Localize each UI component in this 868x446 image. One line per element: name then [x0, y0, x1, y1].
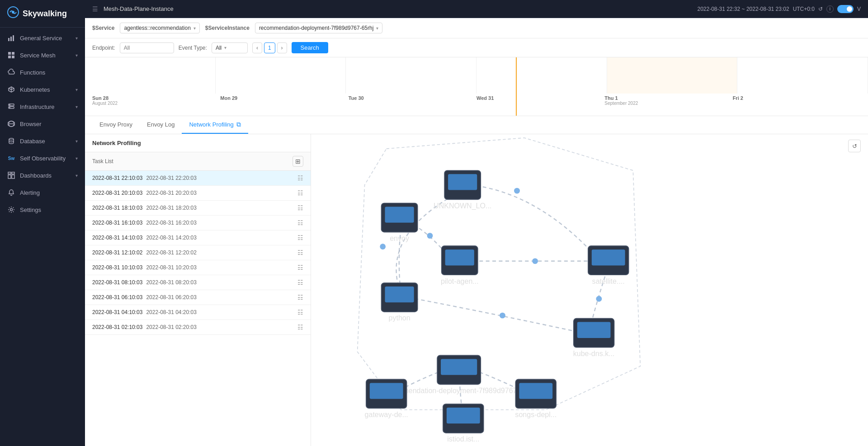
svg-text:satellite....: satellite.... — [592, 277, 625, 285]
sidebar: Skywalking General Service ▾ Service Mes… — [0, 0, 85, 446]
node-gateway[interactable]: gateway-de... — [365, 379, 408, 418]
sidebar-item-browser[interactable]: Browser — [0, 115, 85, 132]
task-end-time: 2022-08-31 08:20:03 — [146, 279, 196, 286]
task-row[interactable]: 2022-08-31 02:10:03 2022-08-31 02:20:03 … — [85, 320, 311, 335]
event-type-label: Event Type: — [179, 45, 207, 51]
toggle-switch[interactable] — [837, 5, 854, 13]
task-row[interactable]: 2022-08-31 08:10:03 2022-08-31 08:20:03 … — [85, 275, 311, 290]
task-end-time: 2022-08-31 12:20:02 — [146, 249, 196, 256]
next-page-button[interactable]: › — [277, 42, 287, 53]
task-log-icon[interactable]: ☷ — [297, 294, 303, 301]
database-icon — [7, 137, 15, 145]
chevron-down-icon: ▾ — [75, 36, 78, 41]
chevron-down-icon: ▾ — [75, 173, 78, 178]
task-row[interactable]: 2022-08-31 22:10:03 2022-08-31 22:20:03 … — [85, 171, 311, 186]
chevron-down-icon: ▾ — [75, 87, 78, 92]
task-list-label: Task List — [92, 158, 292, 164]
task-row[interactable]: 2022-08-31 14:10:03 2022-08-31 14:20:03 … — [85, 230, 311, 245]
edge-dot — [500, 313, 505, 319]
profiling-area: Network Profiling Task List ⊞ 2022-08-31… — [85, 134, 868, 446]
node-unknown[interactable]: UNKNOWN_LO... — [434, 170, 491, 210]
task-row[interactable]: 2022-08-31 16:10:03 2022-08-31 16:20:03 … — [85, 216, 311, 230]
tab-envoy-log[interactable]: Envoy Log — [140, 116, 182, 134]
task-end-time: 2022-08-31 02:20:03 — [146, 324, 196, 330]
node-songs[interactable]: songs-depl... — [515, 379, 557, 418]
task-log-icon[interactable]: ☷ — [297, 279, 303, 286]
graph-refresh-button[interactable]: ↺ — [848, 140, 861, 152]
task-start-time: 2022-08-31 06:10:03 — [92, 294, 142, 300]
app-name: Skywalking — [23, 9, 67, 19]
sidebar-item-general-service[interactable]: General Service ▾ — [0, 29, 85, 47]
event-type-select[interactable]: All ▾ — [212, 42, 248, 53]
task-row[interactable]: 2022-08-31 18:10:03 2022-08-31 18:20:03 … — [85, 201, 311, 216]
svg-text:envoy: envoy — [390, 234, 409, 242]
task-row[interactable]: 2022-08-31 04:10:03 2022-08-31 04:20:03 … — [85, 305, 311, 320]
task-log-icon[interactable]: ☷ — [297, 309, 303, 316]
task-log-icon[interactable]: ☷ — [297, 219, 303, 226]
menu-icon: ☰ — [92, 5, 98, 13]
svg-rect-30 — [385, 286, 414, 302]
prev-page-button[interactable]: ‹ — [252, 42, 262, 53]
timeline-col-2 — [346, 57, 476, 94]
task-row[interactable]: 2022-08-31 20:10:03 2022-08-31 20:20:03 … — [85, 186, 311, 201]
task-end-time: 2022-08-31 06:20:03 — [146, 294, 196, 300]
tab-envoy-proxy[interactable]: Envoy Proxy — [92, 116, 140, 134]
navigation: General Service ▾ Service Mesh ▾ Functio… — [0, 28, 85, 446]
timeline-label-5: Fri 2 — [733, 95, 861, 106]
sidebar-item-label: Service Mesh — [20, 52, 71, 59]
sidebar-item-service-mesh[interactable]: Service Mesh ▾ — [0, 47, 85, 64]
sidebar-item-dashboards[interactable]: Dashboards ▾ — [0, 167, 85, 184]
endpoint-input[interactable] — [120, 42, 174, 53]
refresh-icon[interactable]: ↺ — [818, 6, 823, 12]
task-log-icon[interactable]: ☷ — [297, 189, 303, 197]
node-python[interactable]: python — [381, 283, 417, 322]
copy-icon: ⧉ — [236, 121, 241, 128]
node-envoy[interactable]: envoy — [381, 203, 417, 242]
info-icon[interactable]: i — [826, 5, 834, 13]
service-value: agentless::recommendation — [124, 25, 190, 31]
task-start-time: 2022-08-31 12:10:02 — [92, 249, 142, 256]
sidebar-item-alerting[interactable]: Alerting — [0, 184, 85, 201]
search-button[interactable]: Search — [292, 42, 328, 53]
add-task-button[interactable]: ⊞ — [292, 156, 303, 167]
task-row-dates: 2022-08-31 22:10:03 2022-08-31 22:20:03 — [92, 175, 294, 181]
chart-bar-icon — [7, 34, 15, 42]
task-log-icon[interactable]: ☷ — [297, 324, 303, 331]
task-log-icon[interactable]: ☷ — [297, 264, 303, 271]
sidebar-item-label: Browser — [20, 121, 78, 127]
svg-text:gateway-de...: gateway-de... — [365, 410, 408, 418]
task-list: 2022-08-31 22:10:03 2022-08-31 22:20:03 … — [85, 171, 311, 446]
bell-icon — [7, 188, 15, 197]
task-row[interactable]: 2022-08-31 06:10:03 2022-08-31 06:20:03 … — [85, 290, 311, 305]
filter-bar: $Service agentless::recommendation ▾ $Se… — [85, 18, 868, 38]
task-start-time: 2022-08-31 02:10:03 — [92, 324, 142, 330]
sidebar-item-settings[interactable]: Settings — [0, 201, 85, 218]
svg-rect-8 — [12, 56, 14, 58]
sidebar-item-kubernetes[interactable]: Kubernetes ▾ — [0, 81, 85, 98]
node-istiod[interactable]: istiod.ist... — [443, 404, 484, 443]
node-satellite[interactable]: satellite.... — [588, 246, 629, 285]
node-pilot-agent[interactable]: pilot-agen... — [441, 246, 479, 285]
tab-network-profiling[interactable]: Network Profiling ⧉ — [182, 116, 248, 134]
task-log-icon[interactable]: ☷ — [297, 174, 303, 182]
node-kube-dns[interactable]: kube-dns.k... — [573, 319, 615, 357]
edge-unknown-satellite — [470, 185, 600, 261]
svg-text:UNKNOWN_LO...: UNKNOWN_LO... — [434, 202, 491, 210]
task-row[interactable]: 2022-08-31 12:10:02 2022-08-31 12:20:02 … — [85, 245, 311, 260]
task-log-icon[interactable]: ☷ — [297, 204, 303, 211]
event-type-value: All — [216, 45, 222, 51]
sidebar-item-functions[interactable]: Functions — [0, 64, 85, 81]
task-log-icon[interactable]: ☷ — [297, 234, 303, 241]
task-row[interactable]: 2022-08-31 10:10:03 2022-08-31 10:20:03 … — [85, 260, 311, 275]
sidebar-item-infrastructure[interactable]: Infrastructure ▾ — [0, 98, 85, 115]
task-start-time: 2022-08-31 08:10:03 — [92, 279, 142, 286]
service-select[interactable]: agentless::recommendation ▾ — [120, 23, 199, 33]
task-log-icon[interactable]: ☷ — [297, 249, 303, 256]
toggle-knob — [847, 6, 852, 12]
sidebar-item-database[interactable]: Database ▾ — [0, 132, 85, 150]
task-start-time: 2022-08-31 16:10:03 — [92, 220, 142, 226]
instance-select[interactable]: recommendation-deployment-7f989d9767-65r… — [255, 23, 383, 33]
svg-text:istiod.ist...: istiod.ist... — [447, 435, 479, 443]
sidebar-item-self-observability[interactable]: Sw Self Observability ▾ — [0, 150, 85, 167]
timeline-label-2: Tue 30 — [349, 95, 476, 106]
